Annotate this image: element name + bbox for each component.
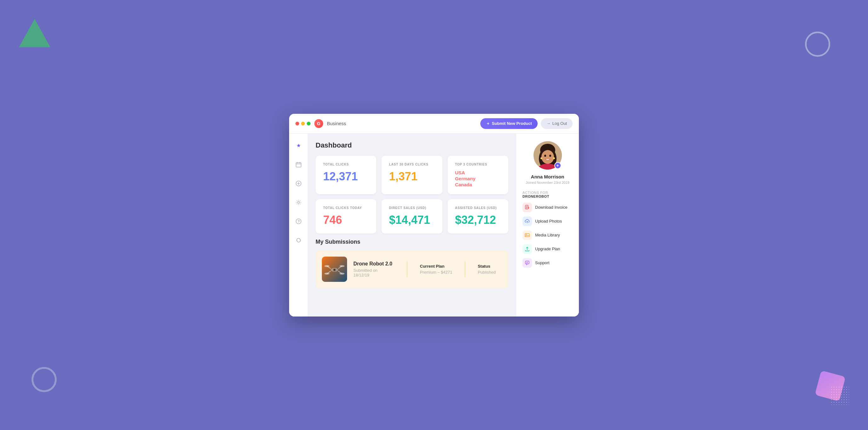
action-upload-photos[interactable]: Upload Photos: [523, 217, 572, 226]
titlebar-left: G Business: [296, 119, 346, 128]
submission-card: Drone Robot 2.0 Submitted on 18/12/19 Cu…: [316, 250, 508, 288]
stat-card-total-clicks: TOTAL CLICKS 12,371: [316, 156, 376, 194]
action-download-invoice[interactable]: Download Invoice: [523, 203, 572, 212]
submission-name: Drone Robot 2.0: [353, 261, 394, 267]
avatar-add-icon[interactable]: +: [554, 162, 561, 169]
add-icon: [296, 181, 301, 186]
right-panel: + Anna Morrison Joined November 23rd 201…: [516, 134, 579, 316]
svg-rect-36: [525, 234, 529, 237]
upgrade-plan-label: Upgrade Plan: [535, 247, 560, 251]
submit-new-product-button[interactable]: ＋ Submit New Product: [480, 118, 538, 129]
bg-decoration-circle-right: [805, 31, 830, 57]
sidebar-item-calendar[interactable]: [293, 159, 304, 170]
stat-card-direct-sales: DIRECT SALES (USD) $14,471: [381, 199, 442, 234]
upload-cloud-icon: [525, 219, 530, 224]
assisted-sales-value: $32,712: [455, 213, 501, 227]
drone-image: [322, 257, 347, 282]
submission-divider-2: [465, 261, 465, 277]
titlebar-actions: ＋ Submit New Product → Log Out: [480, 118, 572, 129]
sidebar-item-settings[interactable]: [293, 197, 304, 208]
stats-grid-row2: TOTAL CLICKS TODAY 746 DIRECT SALES (USD…: [316, 199, 508, 234]
svg-point-16: [324, 265, 330, 267]
logout-button[interactable]: → Log Out: [541, 118, 572, 129]
user-joined: Joined November 23rd 2019: [526, 181, 569, 184]
bg-decoration-dots: [830, 386, 849, 405]
submission-plan-value: Premium – $4271: [420, 270, 452, 275]
bg-decoration-circle-left: [31, 367, 57, 392]
download-invoice-icon-wrap: [523, 203, 532, 212]
action-media-library[interactable]: Media Library: [523, 230, 572, 240]
assisted-sales-label: ASSISTED SALES (USD): [455, 206, 501, 210]
invoice-icon: [525, 205, 530, 210]
avatar-wrap: +: [533, 141, 562, 170]
minimize-btn[interactable]: [301, 122, 305, 125]
direct-sales-value: $14,471: [389, 213, 435, 227]
sync-icon: [296, 237, 301, 243]
main-layout: ★: [289, 134, 579, 316]
submission-status-col: Status Published: [471, 264, 502, 275]
submission-date: Submitted on 18/12/19: [353, 268, 394, 278]
clicks-today-value: 746: [323, 213, 369, 227]
svg-point-26: [544, 154, 546, 157]
svg-point-25: [541, 150, 554, 164]
sidebar-item-help[interactable]: ?: [293, 216, 304, 227]
sidebar: ★: [289, 134, 308, 316]
svg-point-28: [540, 157, 542, 159]
app-window: G Business ＋ Submit New Product → Log Ou…: [289, 114, 579, 316]
svg-point-7: [298, 201, 300, 203]
star-icon: ★: [297, 143, 301, 148]
clicks-today-label: TOTAL CLICKS TODAY: [323, 206, 369, 210]
submission-status-value: Published: [478, 270, 496, 275]
country-2: Germany: [455, 176, 501, 181]
user-name: Anna Morrison: [531, 174, 564, 179]
close-btn[interactable]: [296, 122, 299, 125]
total-clicks-value: 12,371: [323, 170, 369, 183]
main-content: Dashboard TOTAL CLICKS 12,371 LAST 30 DA…: [308, 134, 516, 316]
sidebar-item-sync[interactable]: [293, 234, 304, 246]
svg-point-21: [334, 269, 335, 270]
upload-photos-icon-wrap: [523, 217, 532, 226]
action-support[interactable]: Support: [523, 258, 572, 268]
stat-card-top-countries: TOP 3 COUNTRIES USA Germany Canada: [447, 156, 508, 194]
action-upgrade-plan[interactable]: Upgrade Plan: [523, 244, 572, 254]
submission-divider-1: [407, 261, 407, 277]
svg-point-17: [340, 265, 345, 267]
stat-card-clicks-today: TOTAL CLICKS TODAY 746: [316, 199, 376, 234]
sidebar-item-dashboard[interactable]: ★: [293, 140, 304, 151]
logo-icon: G: [314, 119, 323, 128]
svg-point-19: [340, 273, 345, 275]
country-3: Canada: [455, 182, 501, 187]
submission-image: [322, 257, 347, 282]
action-list: Download Invoice Upload Photos: [523, 203, 572, 268]
brand-name: Business: [327, 121, 346, 126]
submission-plan-col: Current Plan Premium – $4271: [413, 264, 459, 275]
direct-sales-label: DIRECT SALES (USD): [389, 206, 435, 210]
upgrade-icon: [525, 247, 530, 252]
support-icon-wrap: [523, 258, 532, 268]
top-countries-label: TOP 3 COUNTRIES: [455, 163, 501, 166]
svg-point-29: [553, 157, 555, 159]
media-library-icon: [525, 233, 530, 238]
submissions-title: My Submissions: [316, 239, 508, 245]
stat-card-assisted-sales: ASSISTED SALES (USD) $32,712: [447, 199, 508, 234]
support-icon: [525, 260, 530, 265]
last30-clicks-value: 1,371: [389, 170, 435, 183]
svg-point-18: [324, 273, 330, 275]
sidebar-item-add[interactable]: [293, 178, 304, 189]
svg-text:?: ?: [298, 220, 300, 223]
settings-icon: [296, 200, 301, 205]
country-1: USA: [455, 170, 501, 175]
upload-photos-label: Upload Photos: [535, 219, 562, 224]
page-title: Dashboard: [316, 141, 508, 149]
media-library-icon-wrap: [523, 230, 532, 240]
submission-info: Drone Robot 2.0 Submitted on 18/12/19: [353, 261, 401, 278]
maximize-btn[interactable]: [307, 122, 311, 125]
support-label: Support: [535, 260, 550, 265]
actions-label: ACTIONS FOR DRONEROBOT: [523, 191, 572, 198]
submission-status-label: Status: [478, 264, 496, 268]
upgrade-plan-icon-wrap: [523, 244, 532, 254]
plus-icon: ＋: [486, 121, 490, 126]
logout-icon: →: [547, 121, 551, 126]
titlebar: G Business ＋ Submit New Product → Log Ou…: [289, 114, 579, 134]
svg-point-27: [549, 154, 551, 157]
